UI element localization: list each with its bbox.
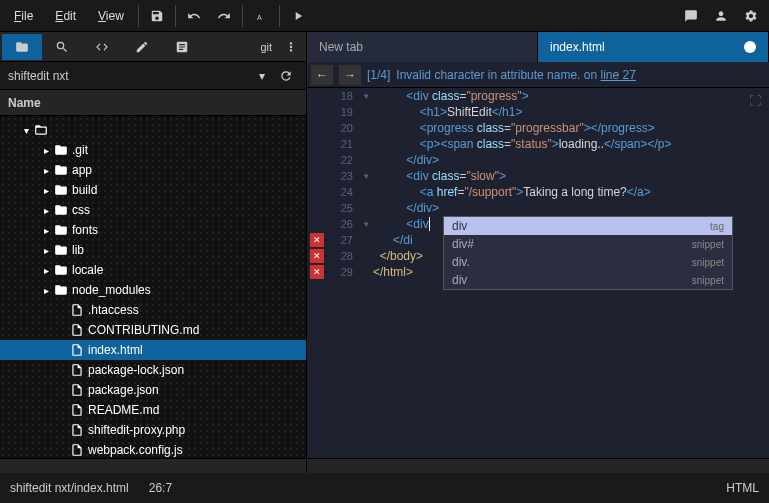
tree-item[interactable]: package.json	[0, 380, 306, 400]
svg-text:A: A	[257, 13, 262, 20]
status-lang[interactable]: HTML	[726, 481, 759, 495]
tab-dirty-indicator[interactable]	[744, 41, 756, 53]
editor-tab[interactable]: index.html	[538, 32, 769, 62]
chat-icon[interactable]	[677, 3, 705, 29]
lint-prev-icon[interactable]: ←	[311, 65, 333, 85]
more-icon[interactable]	[278, 34, 304, 60]
code-icon[interactable]	[82, 34, 122, 60]
tree-item[interactable]: ▾	[0, 120, 306, 140]
lint-message: Invalid character in attribute name. on …	[396, 68, 636, 82]
gear-icon[interactable]	[737, 3, 765, 29]
editor-scrollbar[interactable]	[307, 458, 769, 473]
autocomplete-item[interactable]: div.snippet	[444, 253, 732, 271]
autocomplete-popup: divtagdiv#snippetdiv.snippetdivsnippet	[443, 216, 733, 290]
editor-tabs: New tabindex.html	[307, 32, 769, 62]
lint-bar: ← → [1/4] Invalid character in attribute…	[307, 62, 769, 88]
tree-column-header[interactable]: Name	[0, 90, 306, 116]
tree-item[interactable]: README.md	[0, 400, 306, 420]
save-icon[interactable]	[143, 3, 171, 29]
autocomplete-item[interactable]: divsnippet	[444, 271, 732, 289]
lint-line-link[interactable]: line 27	[600, 68, 635, 82]
tree-item[interactable]: ▸app	[0, 160, 306, 180]
undo-icon[interactable]	[180, 3, 208, 29]
tree-item[interactable]: ▸node_modules	[0, 280, 306, 300]
user-icon[interactable]	[707, 3, 735, 29]
lint-next-icon[interactable]: →	[339, 65, 361, 85]
play-icon[interactable]	[284, 3, 312, 29]
files-tab-icon[interactable]	[2, 34, 42, 60]
statusbar: shiftedit nxt/index.html 26:7 HTML	[0, 473, 769, 503]
tree-item[interactable]: webpack.config.js	[0, 440, 306, 458]
expand-icon[interactable]: ⛶	[749, 94, 761, 108]
git-button[interactable]: git	[254, 34, 278, 60]
menu-edit[interactable]: Edit	[45, 3, 86, 29]
tree-item[interactable]: ▸fonts	[0, 220, 306, 240]
autocomplete-item[interactable]: div#snippet	[444, 235, 732, 253]
tree-item[interactable]: index.html	[0, 340, 306, 360]
tree-item[interactable]: ▸css	[0, 200, 306, 220]
editor-pane: New tabindex.html ← → [1/4] Invalid char…	[307, 32, 769, 473]
dropdown-icon[interactable]: ▾	[250, 64, 274, 88]
search-icon[interactable]	[42, 34, 82, 60]
menubar: File Edit View A	[0, 0, 769, 32]
tree-item[interactable]: ▸locale	[0, 260, 306, 280]
notes-icon[interactable]	[162, 34, 202, 60]
menu-view[interactable]: View	[88, 3, 134, 29]
sidebar: git shiftedit nxt ▾ Name ▾▸.git▸app▸buil…	[0, 32, 307, 473]
tree-item[interactable]: CONTRIBUTING.md	[0, 320, 306, 340]
font-icon[interactable]: A	[247, 3, 275, 29]
file-tree: ▾▸.git▸app▸build▸css▸fonts▸lib▸locale▸no…	[0, 116, 306, 458]
menu-file[interactable]: File	[4, 3, 43, 29]
sidebar-scrollbar[interactable]	[0, 458, 306, 473]
tree-item[interactable]: ▸build	[0, 180, 306, 200]
edit-icon[interactable]	[122, 34, 162, 60]
tree-item[interactable]: .htaccess	[0, 300, 306, 320]
status-path: shiftedit nxt/index.html	[10, 481, 129, 495]
autocomplete-item[interactable]: divtag	[444, 217, 732, 235]
lint-count: [1/4]	[367, 68, 390, 82]
tree-item[interactable]: ▸lib	[0, 240, 306, 260]
redo-icon[interactable]	[210, 3, 238, 29]
code-editor[interactable]: ✕✕✕ 181920212223242526272829 ▾▾▾ ⛶ <div …	[307, 88, 769, 458]
tree-item[interactable]: package-lock.json	[0, 360, 306, 380]
tree-item[interactable]: shiftedit-proxy.php	[0, 420, 306, 440]
refresh-icon[interactable]	[274, 64, 298, 88]
editor-tab[interactable]: New tab	[307, 32, 538, 62]
tree-item[interactable]: ▸.git	[0, 140, 306, 160]
status-position: 26:7	[149, 481, 172, 495]
project-name: shiftedit nxt	[8, 69, 250, 83]
